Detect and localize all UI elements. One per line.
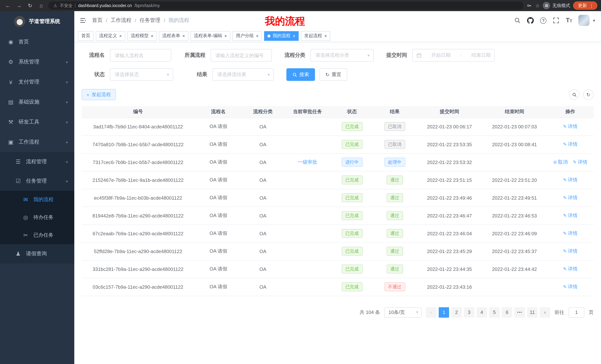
page-button-4[interactable]: 4 [477,307,487,317]
close-icon[interactable]: × [151,33,153,38]
page-button-2[interactable]: 2 [451,307,462,317]
fullscreen-icon[interactable] [553,17,560,24]
sidebar-item-done-tasks[interactable]: ✂ 已办任务 [0,226,74,244]
breadcrumb-item[interactable]: 任务管理 [140,17,160,24]
incognito-badge[interactable]: 无痕模式 [543,2,570,9]
close-icon[interactable]: × [182,33,185,38]
tab-process-form[interactable]: 流程表单 × [159,31,188,41]
tab-process-model[interactable]: 流程模型 × [127,31,157,41]
result-badge: 已取消 [384,122,405,131]
help-icon[interactable]: ? [540,17,547,24]
cell-status: 已完成 [331,118,372,135]
sidebar-item-payment[interactable]: ¥ 支付管理 ∨ [0,72,74,92]
detail-link[interactable]: ✎详情 [563,248,578,255]
sidebar-item-infrastructure[interactable]: ▤ 基础设施 ∨ [0,92,74,112]
create-process-button[interactable]: + 发起流程 [82,89,116,100]
cell-name: OA 请假 [194,171,242,189]
page-button-3[interactable]: 3 [464,307,474,317]
sidebar-item-process-management[interactable]: ☰ 流程管理 ∨ [0,152,74,172]
cell-current-task [283,278,331,296]
toggle-search-button[interactable] [569,89,580,100]
sidebar-item-leave-query[interactable]: ♟ 请假查询 [0,244,74,263]
breadcrumb-separator: / [164,18,165,23]
detail-link[interactable]: ✎详情 [563,284,578,290]
page-button-5[interactable]: 5 [489,307,500,317]
back-button[interactable]: ← [4,1,12,10]
tab-process-form-edit[interactable]: 流程表单-编辑 × [190,31,230,41]
status-badge: 已完成 [341,229,362,238]
detail-link[interactable]: ✎详情 [563,177,578,183]
edit-icon: ✎ [573,160,577,165]
detail-link[interactable]: ✎详情 [563,230,578,237]
chrome-menu-icon[interactable]: ⋮ [589,3,594,8]
detail-link[interactable]: ✎详情 [563,212,578,219]
page-button-11[interactable]: 11 [527,307,538,317]
breadcrumb-item[interactable]: 首页 [92,17,102,24]
tab-home[interactable]: 首页 [78,31,94,41]
column-header: 结果 [372,106,417,118]
breadcrumb-item[interactable]: 工作流程 [111,17,131,24]
page-button-1[interactable]: 1 [439,307,449,317]
sidebar-item-task-management[interactable]: ☑ 任务管理 ∧ [0,172,74,191]
reload-button[interactable]: ↻ [26,1,34,10]
key-icon[interactable] [527,3,532,9]
cell-result: 处理中 [372,153,417,171]
sidebar-item-devtools[interactable]: ⚒ 研发工具 ∨ [0,112,74,132]
chrome-update-button[interactable]: 更新 ⋮ [573,1,597,10]
avatar[interactable] [579,15,590,26]
cell-status: 已完成 [331,135,372,153]
submit-time-range-picker[interactable]: 开始日期 - 结束日期 [412,49,495,62]
close-icon[interactable]: × [293,33,295,38]
app-logo[interactable]: 芋道管理系统 [0,11,74,32]
github-icon[interactable] [527,17,534,24]
sidebar-item-my-process[interactable]: ✉ 我的流程 [0,191,74,209]
address-bar[interactable]: ⚠ 不安全 dashboard.yudao.iocoder.cn/bpm/tas… [48,1,523,10]
close-icon[interactable]: × [224,33,227,38]
font-size-icon[interactable]: TT [566,17,572,24]
process-name-input[interactable] [110,49,171,62]
home-button[interactable]: ⌂ [37,1,45,10]
sidebar-item-system[interactable]: ⚙ 系统管理 ∨ [0,52,74,72]
forward-button[interactable]: → [15,1,23,10]
sidebar-item-workflow[interactable]: ▣ 工作流程 ∧ [0,132,74,152]
reset-button[interactable]: ↻ 重置 [320,68,347,81]
page-size-select[interactable]: 10条/页 ▾ [384,307,421,317]
sidebar-item-todo-tasks[interactable]: ◎ 待办任务 [0,209,74,226]
process-def-input[interactable] [210,49,272,62]
prev-page-button[interactable]: ‹ [426,307,436,317]
cell-id: 7470a810-7b9b-11ec-b5b7-acde48001122 [82,135,194,153]
cell-status: 已完成 [331,171,372,189]
cell-status: 已完成 [331,207,372,224]
page-button-6[interactable]: 6 [502,307,512,317]
detail-link[interactable]: ✎详情 [563,123,578,130]
search-icon[interactable] [514,17,521,24]
refresh-table-button[interactable]: ↻ [583,89,594,100]
next-page-button[interactable]: › [540,307,550,317]
search-button[interactable]: 搜索 [286,68,315,81]
close-icon[interactable]: × [324,33,327,38]
detail-link[interactable]: ✎详情 [563,194,578,201]
more-pages-button[interactable]: ••• [514,307,525,317]
detail-link[interactable]: ✎详情 [563,266,578,272]
cell-submit-time: 2022-01-22 23:46:47 [417,207,482,224]
sidebar-item-home[interactable]: ◉ 首页 [0,32,74,52]
tab-user-group[interactable]: 用户分组 × [232,31,262,41]
category-select[interactable]: 请选择流程分类 ▾ [311,49,374,62]
cancel-link[interactable]: ⊘取消 [553,159,568,165]
process-table: 编号流程名流程分类当前审批任务状态结果提交时间结束时间操作 3ad174fb-7… [82,106,594,296]
cell-id: ec45f38f-7b9a-11ec-b03b-acde48001122 [82,189,194,207]
result-select[interactable]: 请选择流结果 ▾ [212,68,274,81]
detail-link[interactable]: ✎详情 [573,159,587,165]
tab-process-definition[interactable]: 流程定义 × [96,31,125,41]
close-icon[interactable]: × [119,33,122,38]
avatar-caret-icon[interactable]: ▾ [593,18,595,23]
tab-start-process[interactable]: 发起流程 × [301,31,330,41]
sidebar-toggle-button[interactable] [80,18,87,23]
detail-link[interactable]: ✎详情 [563,141,578,148]
close-icon[interactable]: × [256,33,259,38]
tab-my-process[interactable]: 我的流程 × [264,31,299,41]
bookmark-star-icon[interactable]: ☆ [535,3,540,8]
status-select[interactable]: 请选择状态 ▾ [110,68,173,81]
goto-page-input[interactable] [569,307,584,317]
current-task-link[interactable]: 一级审批 [298,159,317,165]
